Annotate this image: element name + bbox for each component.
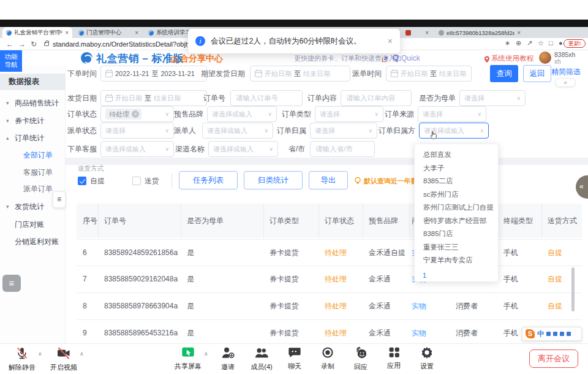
share-center-link[interactable]: 合分享中心 <box>180 53 223 64</box>
order-belong-select[interactable]: 请选择 ∨ <box>310 123 377 139</box>
export-button[interactable]: 导出 <box>309 171 348 189</box>
order-cs-select[interactable]: 请选择或输入 ∨ <box>100 141 174 157</box>
tag-close-icon[interactable]: × <box>132 110 139 118</box>
forward-icon[interactable]: → <box>18 39 26 50</box>
lock-icon[interactable] <box>44 42 49 46</box>
query-button[interactable]: 查询 <box>490 65 518 82</box>
pickup-label[interactable]: 自提 <box>90 174 105 188</box>
province-input[interactable] <box>310 141 375 157</box>
dropdown-option[interactable]: sc苏州门店 <box>415 188 498 202</box>
toolbar-item-camera-off[interactable]: 开启视频 <box>44 346 83 372</box>
dispatch-time-range[interactable]: 开始日期 至 结束日期 <box>386 66 472 82</box>
external-link-icon[interactable] <box>381 55 388 66</box>
browser-tab[interactable]: × <box>402 27 432 38</box>
table-row[interactable]: 783858859029162048a是券卡提货待处理金禾通实物手机自提 <box>77 266 582 293</box>
expect-date-range[interactable]: 开始日期 至 结束日期 <box>250 66 350 82</box>
function-nav-toggle[interactable]: 功能导航 <box>0 50 22 72</box>
ime-lang-icon[interactable]: 中 <box>537 329 544 338</box>
caret-up-icon[interactable]: ∧ <box>80 351 84 357</box>
task-list-button[interactable]: 任务列表 <box>179 171 238 189</box>
dispatch-status-select[interactable]: 请选择 ∨ <box>100 123 174 139</box>
simple-filter-link[interactable]: 精简筛选 <box>551 67 581 77</box>
sidebar-item[interactable]: 门店对账 <box>0 216 66 232</box>
sidebar-item[interactable]: ▾商品销售统计 <box>0 95 66 111</box>
sidebar-item[interactable]: 分销返利对账 <box>0 234 66 250</box>
tab-close-icon[interactable]: × <box>425 29 429 36</box>
delivery-checkbox[interactable] <box>132 177 141 185</box>
cell-order_no[interactable]: 83858858965453216a <box>104 320 178 346</box>
reload-icon[interactable]: ↻ <box>31 39 37 50</box>
browser-tab[interactable]: 礼盒营销平台管理中心× <box>2 27 72 38</box>
password-key-icon[interactable]: ∗ <box>505 39 510 47</box>
quick-label[interactable]: Quick <box>401 54 420 63</box>
tutorial-link[interactable]: 系统使用教程 <box>491 54 533 63</box>
channel-select[interactable]: 请选择或输入 ∨ <box>208 141 278 157</box>
sidebar-item[interactable]: ▴订单统计 <box>0 130 66 146</box>
sidebar-collapse-handle[interactable]: ≡ <box>53 191 66 208</box>
sidebar-item[interactable]: 全部订单 <box>0 147 66 163</box>
toolbar-item-mic-off[interactable]: 解除静音 <box>2 346 42 372</box>
side-panel-icon[interactable]: □ <box>549 39 553 47</box>
pickup-checkbox[interactable] <box>78 177 86 185</box>
classify-stats-button[interactable]: 归类统计 <box>244 171 303 189</box>
toast-close-icon[interactable]: × <box>388 36 393 46</box>
ime-tool-icon[interactable] <box>560 332 564 336</box>
dropdown-page-number[interactable]: 1 <box>415 272 498 279</box>
leave-meeting-button[interactable]: 离开会议 <box>529 349 578 368</box>
ime-toolbar[interactable]: S 中 <box>522 327 582 341</box>
table-row[interactable]: 883858858978663904a是券卡提货待处理金禾通实物消费者手机自提 <box>77 293 582 320</box>
sidebar-item[interactable]: ▾券卡统计 <box>0 113 66 129</box>
cell-order_no[interactable]: 83858924859261856a <box>104 240 178 266</box>
collapse-filter-pill[interactable]: » <box>555 78 576 87</box>
dropdown-option[interactable]: 重要张三三 <box>415 241 498 254</box>
table-row[interactable]: 683858924859261856a是券卡提货待处理金禾通自提实物手机自提 <box>77 239 582 266</box>
quick-q-icon[interactable]: Q <box>393 53 399 62</box>
ime-tool-icon[interactable] <box>553 332 557 336</box>
sidebar-item[interactable]: 客服订单 <box>0 164 66 180</box>
profile-icon[interactable]: ● <box>559 39 563 47</box>
dropdown-option[interactable]: 密特罗德水产经营部 <box>415 215 498 228</box>
ime-logo-icon[interactable]: S <box>526 329 535 338</box>
share-icon[interactable]: ↗ <box>527 39 532 47</box>
dropdown-option[interactable]: 8385门店 <box>415 227 498 241</box>
caret-up-icon[interactable]: ∧ <box>38 351 42 357</box>
is-mother-select[interactable]: 请选择 ∨ <box>459 90 526 106</box>
edge-collapse-handle[interactable]: « <box>576 175 588 199</box>
dropdown-option[interactable]: 总部直发 <box>415 148 498 162</box>
dropdown-option[interactable]: 8385二店 <box>415 175 498 188</box>
dispatcher-select[interactable]: 请选择或输入 ∨ <box>202 123 273 139</box>
user-avatar[interactable] <box>539 52 551 64</box>
tab-close-icon[interactable]: × <box>135 29 138 36</box>
order-source-select[interactable]: 请选择 ∨ <box>418 106 486 122</box>
order-status-select[interactable]: 待处理× ∨ <box>100 106 174 122</box>
caret-up-icon[interactable]: ∧ <box>204 351 208 357</box>
table-scrollbar[interactable] <box>571 267 575 311</box>
bookmark-star-icon[interactable]: ☆ <box>538 39 544 47</box>
ime-tool-icon[interactable] <box>567 332 571 336</box>
url-text[interactable]: standard.maboy.cn/OrderStatisticsDetail?… <box>53 38 206 50</box>
zoom-icon[interactable]: ⊕ <box>516 39 521 47</box>
toolbar-item-screen-share[interactable]: 共享屏幕 <box>168 346 208 371</box>
order-time-range[interactable]: 2022-11-21 至 2023-11-21 <box>100 66 207 82</box>
dropdown-option[interactable]: 苏州门店测试上门自提 <box>415 201 498 215</box>
presale-brand-select[interactable]: 请选择或输入 ∨ <box>207 106 277 122</box>
delivery-label[interactable]: 送货 <box>145 174 159 188</box>
cell-order_no[interactable]: 83858858978663904a <box>104 293 178 319</box>
ime-tool-icon[interactable] <box>546 332 551 336</box>
back-button[interactable]: 返回 <box>523 65 551 82</box>
ship-date-range[interactable]: 开始日期 至 结束日期 <box>100 90 207 106</box>
dropdown-option[interactable]: 宁夏羊肉专卖店 <box>415 254 498 267</box>
toolbar-item-settings[interactable]: 设置 <box>407 346 447 371</box>
browser-tab[interactable]: e8c573980b1328a258fd2e6× <box>435 27 524 38</box>
back-icon[interactable]: ← <box>6 39 13 50</box>
dropdown-option[interactable]: 大李子 <box>415 162 498 175</box>
browser-update-button[interactable]: 更新! <box>564 39 586 48</box>
tab-close-icon[interactable]: × <box>65 29 69 36</box>
tab-close-icon[interactable]: × <box>517 29 521 36</box>
cell-item[interactable]: 实物 <box>412 320 426 346</box>
order-type-select[interactable]: 请选择 ∨ <box>315 106 383 122</box>
annotation-widget[interactable]: ≡ <box>2 275 21 292</box>
cell-order_no[interactable]: 83858859029162048a <box>104 266 178 292</box>
cell-item[interactable]: 实物 <box>412 293 426 319</box>
browser-tab[interactable]: 门店管理中心× <box>75 27 142 38</box>
